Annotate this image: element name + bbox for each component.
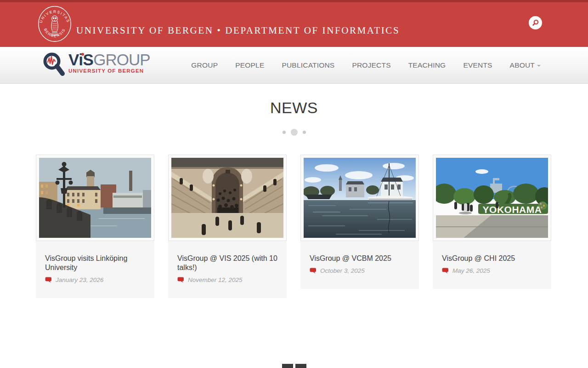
- uib-seal-logo[interactable]: UNIVERSITAS BERGENSIS: [38, 6, 72, 42]
- news-card-date: May 26, 2025: [452, 267, 490, 274]
- nav-item-teaching[interactable]: TEACHING: [400, 47, 455, 84]
- primary-navigation: GROUP PEOPLE PUBLICATIONS PROJECTS TEACH…: [182, 47, 549, 84]
- nav-item-group[interactable]: GROUP: [182, 47, 226, 84]
- news-card: VisGroup @ VIS 2025 (with 10 talks!) Nov…: [168, 155, 287, 298]
- news-section: NEWS: [0, 99, 588, 298]
- search-button[interactable]: [529, 16, 542, 29]
- news-card: YOKOHAMA VisGrou: [433, 155, 551, 289]
- news-heading: NEWS: [0, 99, 588, 117]
- uib-header-bar: UNIVERSITAS BERGENSIS UNIVERSITY OF BERG…: [0, 0, 588, 47]
- chevron-down-icon: [537, 65, 541, 67]
- news-cards-row: VisGroup visits Linköping University Jan…: [36, 155, 552, 298]
- news-card: VisGroup @ VCBM 2025 October 3, 2025: [300, 155, 419, 289]
- carousel-pager-dots: [0, 129, 588, 136]
- wordmark-group: GROUP: [93, 51, 150, 69]
- news-image-frame[interactable]: [168, 155, 287, 241]
- visgroup-wordmark: ViSGROUP UNIVERSITY OF BERGEN: [68, 52, 150, 74]
- news-card-meta: May 26, 2025: [442, 267, 542, 274]
- news-card-title[interactable]: VisGroup visits Linköping University: [45, 254, 145, 272]
- news-card-title[interactable]: VisGroup @ VIS 2025 (with 10 talks!): [177, 254, 277, 272]
- news-card-meta: January 23, 2026: [45, 276, 145, 283]
- magnifier-icon: [531, 19, 539, 27]
- news-image-frame[interactable]: YOKOHAMA: [433, 155, 551, 241]
- nav-item-events[interactable]: EVENTS: [454, 47, 501, 84]
- news-card-date: October 3, 2025: [320, 267, 365, 274]
- comments-icon: [310, 268, 317, 274]
- news-card-title[interactable]: VisGroup @ VCBM 2025: [310, 254, 410, 263]
- news-card-title[interactable]: VisGroup @ CHI 2025: [442, 254, 542, 263]
- visgroup-logo[interactable]: ViSGROUP UNIVERSITY OF BERGEN: [42, 52, 150, 78]
- news-photo-vis-staircase: [171, 158, 283, 238]
- comments-icon: [45, 277, 52, 283]
- wordmark-vis: ViS: [68, 51, 93, 69]
- wordmark-i-dot: [81, 53, 84, 56]
- news-photo-vcbm-canal: [304, 158, 416, 238]
- news-photo-yokohama: YOKOHAMA: [436, 158, 548, 238]
- svg-text:YOKOHAMA: YOKOHAMA: [483, 204, 542, 215]
- carousel-next-button[interactable]: ›: [295, 364, 306, 368]
- news-photo-linkoping: [39, 158, 151, 238]
- comments-icon: [442, 268, 449, 274]
- news-card-date: January 23, 2026: [56, 276, 103, 283]
- carousel-prev-button[interactable]: ‹: [282, 364, 293, 368]
- news-image-frame[interactable]: [36, 155, 154, 241]
- visgroup-magnifier-icon: [42, 52, 67, 78]
- news-card: VisGroup visits Linköping University Jan…: [36, 155, 154, 298]
- nav-item-about[interactable]: ABOUT: [501, 47, 549, 84]
- main-navbar: ViSGROUP UNIVERSITY OF BERGEN GROUP PEOP…: [0, 47, 588, 84]
- comments-icon: [177, 277, 184, 283]
- owl-icon: [51, 16, 59, 35]
- svg-text:BERGENSIS: BERGENSIS: [43, 28, 66, 38]
- seal-text-bottom: BERGENSIS: [43, 28, 66, 38]
- nav-item-publications[interactable]: PUBLICATIONS: [273, 47, 343, 84]
- news-image-frame[interactable]: [300, 155, 419, 241]
- news-card-meta: October 3, 2025: [310, 267, 410, 274]
- news-card-date: November 12, 2025: [188, 276, 243, 283]
- logo-subtitle: UNIVERSITY OF BERGEN: [68, 68, 150, 74]
- nav-item-about-label: ABOUT: [510, 61, 535, 69]
- pager-dot-2-active[interactable]: [291, 129, 298, 136]
- carousel-nav-buttons: ‹ ›: [282, 364, 306, 368]
- pager-dot-1[interactable]: [283, 131, 286, 134]
- pager-dot-3[interactable]: [303, 131, 306, 134]
- nav-item-people[interactable]: PEOPLE: [226, 47, 273, 84]
- university-department-title[interactable]: UNIVERSITY OF BERGEN • DEPARTMENT OF INF…: [76, 24, 400, 36]
- nav-item-projects[interactable]: PROJECTS: [343, 47, 399, 84]
- news-card-meta: November 12, 2025: [177, 276, 277, 283]
